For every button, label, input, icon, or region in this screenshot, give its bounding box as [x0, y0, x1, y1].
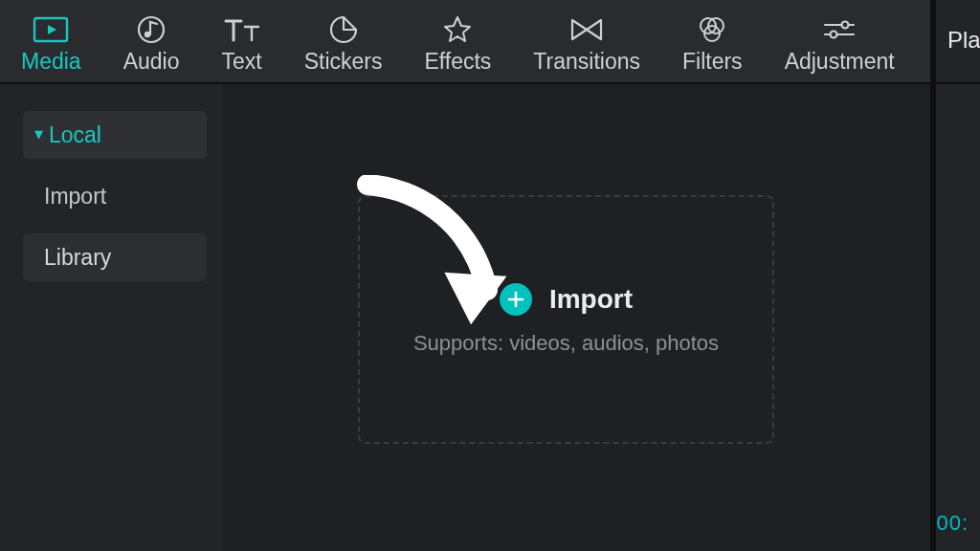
plus-icon — [500, 283, 532, 316]
tab-stickers[interactable]: Stickers — [283, 0, 404, 82]
tab-label: Filters — [682, 49, 743, 75]
stickers-icon — [328, 9, 359, 51]
tab-text[interactable]: Text — [200, 0, 282, 82]
import-support-text: Supports: videos, audios, photos — [413, 331, 719, 356]
tab-label: Player — [947, 27, 980, 54]
svg-point-9 — [831, 31, 837, 37]
tab-transitions[interactable]: Transitions — [512, 0, 661, 82]
tab-label: Transitions — [533, 49, 640, 75]
top-tabs: Media Audio — [0, 0, 980, 84]
tab-label: Effects — [424, 49, 491, 75]
media-icon — [33, 9, 69, 51]
sidebar-item-import[interactable]: Import — [23, 172, 207, 220]
adjustment-icon — [822, 9, 857, 51]
tab-label: Media — [21, 49, 81, 75]
tab-effects[interactable]: Effects — [403, 0, 512, 82]
tab-label: Adjustment — [785, 49, 895, 75]
effects-icon — [442, 9, 473, 51]
text-icon — [223, 9, 261, 51]
import-dropzone[interactable]: Import Supports: videos, audios, photos — [358, 195, 774, 444]
transitions-icon — [569, 9, 604, 51]
sidebar-item-label: Import — [44, 184, 106, 209]
content-pane: Import Supports: videos, audios, photos — [222, 84, 930, 551]
tab-label: Text — [221, 49, 261, 75]
tab-label: Stickers — [304, 49, 383, 75]
right-panel: 00: — [930, 84, 980, 551]
import-button-label: Import — [549, 284, 633, 315]
tab-player[interactable]: Player — [930, 0, 980, 82]
tab-adjustment[interactable]: Adjustment — [764, 0, 916, 82]
timecode: 00: — [936, 511, 969, 536]
chevron-down-icon: ▾ — [34, 123, 43, 144]
tab-audio[interactable]: Audio — [102, 0, 201, 82]
tab-label: Audio — [123, 49, 180, 75]
sidebar-item-label: Library — [44, 245, 111, 271]
sidebar: ▾ Local Import Library — [0, 84, 222, 551]
tab-media[interactable]: Media — [0, 0, 102, 82]
sidebar-item-library[interactable]: Library — [23, 233, 207, 281]
audio-icon — [136, 9, 167, 51]
svg-point-7 — [842, 21, 849, 28]
filters-icon — [696, 9, 728, 51]
tab-filters[interactable]: Filters — [661, 0, 764, 82]
sidebar-item-label: Local — [49, 122, 101, 148]
sidebar-item-local[interactable]: ▾ Local — [23, 111, 207, 159]
